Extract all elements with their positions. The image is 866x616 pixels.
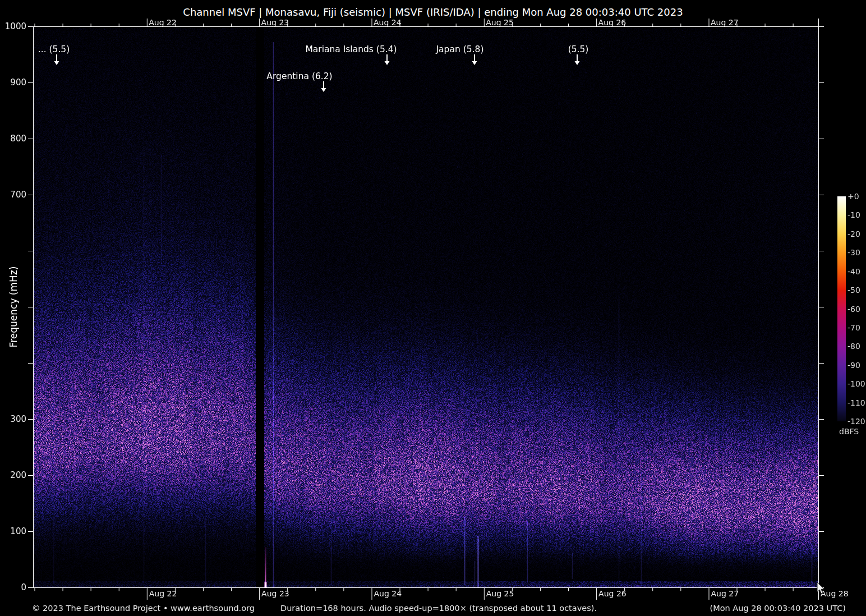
y-tick-label: 800 [0,135,26,143]
x-tick-label-bottom: Aug 23 [261,590,289,597]
event-annotation: Japan (5.8) [436,44,484,54]
y-tick-label: 1000 [0,22,26,31]
colorbar-tick-label: -10 [847,210,860,219]
colorbar-tick-label: -70 [847,323,860,332]
footer-timestamp: (Mon Aug 28 00:03:40 2023 UTC) [710,604,846,613]
y-tick-label: 0 [0,583,26,592]
event-annotation: ... (5.5) [38,44,70,54]
x-tick-label-top: Aug 27 [711,19,739,26]
colorbar-tick-label: -60 [847,305,860,314]
colorbar-tick-label: -40 [847,267,860,276]
event-annotation: Argentina (6.2) [266,71,332,81]
x-tick-label-top: Aug 24 [374,19,402,26]
x-tick-label-top: Aug 26 [598,19,627,26]
event-annotation: Mariana Islands (5.4) [305,44,397,54]
colorbar-tick-label: -80 [847,342,860,351]
colorbar-gradient [837,196,846,421]
x-tick-label-bottom: Aug 25 [486,590,514,597]
spectrogram-canvas [34,27,818,587]
x-tick-label-bottom: Aug 24 [374,590,402,597]
colorbar-tick-label: -100 [847,379,865,388]
y-axis-label: Frequency (mHz) [8,266,19,348]
y-tick-label: 300 [0,415,26,424]
colorbar-tick-label: -120 [847,417,865,426]
figure-root: { "title": "Channel MSVF | Monasavu, Fij… [0,0,866,616]
colorbar-tick-label: -30 [847,248,860,257]
x-tick-label-bottom: Aug 26 [598,590,627,597]
y-tick-label: 200 [0,471,26,480]
colorbar-tick-label: -20 [847,229,860,238]
page-title: Channel MSVF | Monasavu, Fiji (seismic) … [0,6,866,18]
x-tick-label-top: Aug 22 [149,19,177,26]
colorbar-tick-label: -90 [847,361,860,370]
x-tick-label-bottom: Aug 22 [149,590,177,597]
mouse-cursor-icon [817,582,827,595]
x-tick-label-bottom: Aug 27 [711,590,739,597]
y-tick-label: 700 [0,191,26,199]
colorbar-tick-label: -50 [847,286,860,295]
colorbar-tick-label: -110 [847,398,865,407]
y-tick-label: 100 [0,527,26,536]
footer-duration: Duration=168 hours. Audio speed-up=1800×… [280,604,597,613]
y-tick-label: 900 [0,79,26,87]
x-tick-label-top: Aug 25 [486,19,514,26]
footer-copyright: © 2023 The Earthsound Project • www.eart… [32,604,255,613]
colorbar-unit-label: dBFS [839,427,859,436]
x-tick-label-top: Aug 23 [261,19,289,26]
colorbar-tick-label: +0 [847,192,859,201]
event-annotation: (5.5) [568,44,589,54]
